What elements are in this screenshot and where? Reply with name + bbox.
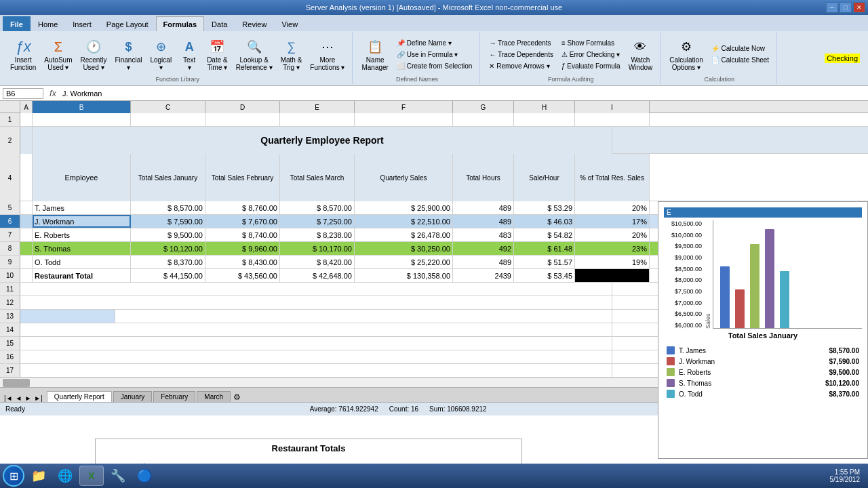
- cell-7a[interactable]: [20, 228, 33, 241]
- cell-8e-mar[interactable]: $ 10,170.00: [280, 242, 355, 255]
- cell-13b[interactable]: [20, 310, 115, 323]
- remove-arrows-button[interactable]: ✕ Remove Arrows ▾: [486, 61, 557, 71]
- cell-1i[interactable]: [575, 113, 650, 126]
- cell-12-empty[interactable]: [20, 296, 612, 309]
- cell-16-empty[interactable]: [20, 350, 612, 363]
- error-checking-button[interactable]: ⚠ Error Checking ▾: [558, 49, 624, 60]
- logical-button[interactable]: ⊕ Logical▾: [146, 35, 175, 73]
- cell-10c-jan[interactable]: $ 44,150.00: [131, 269, 205, 282]
- show-formulas-button[interactable]: ≡ Show Formulas: [558, 38, 624, 48]
- tab-january[interactable]: January: [113, 391, 153, 402]
- calculate-sheet-button[interactable]: 📄 Calculate Sheet: [708, 55, 772, 65]
- cell-6i-pct[interactable]: 17%: [575, 215, 650, 228]
- cell-9c-jan[interactable]: $ 8,370.00: [131, 256, 205, 268]
- calculation-options-button[interactable]: ⚙ CalculationOptions ▾: [666, 35, 706, 73]
- evaluate-formula-button[interactable]: ƒ Evaluate Formula: [558, 61, 624, 71]
- cell-reference-input[interactable]: B6: [3, 88, 43, 99]
- tab-data[interactable]: Data: [204, 16, 235, 31]
- cell-9e-mar[interactable]: $ 8,420.00: [280, 256, 355, 268]
- cell-8d-feb[interactable]: $ 9,960.00: [205, 242, 280, 255]
- formula-input[interactable]: [62, 89, 865, 98]
- taskbar-misc1[interactable]: 🔧: [106, 466, 130, 486]
- col-B[interactable]: B: [33, 101, 131, 113]
- cell-7e-mar[interactable]: $ 8,238.00: [280, 228, 355, 241]
- cell-5b-employee[interactable]: T. James: [33, 201, 131, 214]
- use-in-formula-button[interactable]: 🔗 Use in Formula ▾: [393, 49, 476, 60]
- cell-5a[interactable]: [20, 201, 33, 214]
- col-D[interactable]: D: [205, 101, 280, 113]
- cell-7d-feb[interactable]: $ 8,740.00: [205, 228, 280, 241]
- tab-review[interactable]: Review: [235, 16, 274, 31]
- taskbar-misc2[interactable]: 🔵: [132, 466, 157, 486]
- cell-6a[interactable]: [20, 215, 33, 228]
- start-button[interactable]: ⊞: [3, 465, 24, 487]
- cell-1g[interactable]: [453, 113, 514, 126]
- sheet-options-icon[interactable]: ⚙: [233, 392, 241, 402]
- tab-quarterly-report[interactable]: Quarterly Report: [47, 391, 112, 402]
- bar-o-todd[interactable]: [780, 271, 789, 328]
- cell-10g-hours[interactable]: 2439: [453, 269, 514, 282]
- sheet-nav-next[interactable]: ►: [23, 394, 33, 402]
- cell-7b-employee[interactable]: E. Roberts: [33, 228, 131, 241]
- recently-used-button[interactable]: 🕐 RecentlyUsed ▾: [77, 35, 111, 73]
- define-name-button[interactable]: 📌 Define Name ▾: [393, 38, 476, 48]
- cell-6d-feb[interactable]: $ 7,670.00: [205, 215, 280, 228]
- cell-10h-sale-hour[interactable]: $ 53.45: [514, 269, 575, 282]
- sheet-nav-last[interactable]: ►|: [33, 394, 44, 402]
- financial-button[interactable]: $ Financial▾: [111, 35, 145, 73]
- tab-home[interactable]: Home: [31, 16, 65, 31]
- cell-6f-quarterly[interactable]: $ 22,510.00: [355, 215, 453, 228]
- close-button[interactable]: ✕: [853, 2, 865, 13]
- taskbar-excel[interactable]: X: [79, 466, 104, 486]
- bar-s-thomas[interactable]: [765, 229, 774, 328]
- cell-11-empty[interactable]: [20, 283, 612, 296]
- col-F[interactable]: F: [355, 101, 453, 113]
- name-manager-button[interactable]: 📋 NameManager: [358, 35, 391, 73]
- sheet-nav-first[interactable]: |◄: [3, 394, 14, 402]
- cell-10b-label[interactable]: Restaurant Total: [33, 269, 131, 282]
- cell-14-empty[interactable]: [20, 323, 612, 336]
- taskbar-clock[interactable]: 1:55 PM 5/19/2012: [830, 468, 866, 483]
- bar-e-roberts[interactable]: [750, 244, 760, 328]
- cell-7c-jan[interactable]: $ 9,500.00: [131, 228, 205, 241]
- bar-t-james[interactable]: [720, 266, 730, 328]
- cell-1c[interactable]: [131, 113, 205, 126]
- cell-9a[interactable]: [20, 256, 33, 268]
- scroll-thumb[interactable]: [3, 379, 30, 387]
- tab-view[interactable]: View: [274, 16, 305, 31]
- cell-9b-employee[interactable]: O. Todd: [33, 256, 131, 268]
- trace-precedents-button[interactable]: → Trace Precedents: [486, 38, 557, 48]
- cell-7h-sale-hour[interactable]: $ 54.82: [514, 228, 575, 241]
- tab-file[interactable]: File: [3, 16, 31, 31]
- cell-13c[interactable]: [115, 310, 612, 323]
- report-title[interactable]: Quarterly Employee Report: [33, 127, 612, 154]
- cell-10f-quarterly[interactable]: $ 130,358.00: [355, 269, 453, 282]
- cell-8f-quarterly[interactable]: $ 30,250.00: [355, 242, 453, 255]
- cell-7g-hours[interactable]: 483: [453, 228, 514, 241]
- cell-9f-quarterly[interactable]: $ 25,220.00: [355, 256, 453, 268]
- cell-10a[interactable]: [20, 269, 33, 282]
- cell-10e-mar[interactable]: $ 42,648.00: [280, 269, 355, 282]
- cell-9h-sale-hour[interactable]: $ 51.57: [514, 256, 575, 268]
- insert-function-button[interactable]: ƒx InsertFunction: [7, 35, 39, 73]
- col-A[interactable]: A: [20, 101, 33, 113]
- cell-2a[interactable]: [20, 127, 33, 154]
- date-time-button[interactable]: 📅 Date &Time ▾: [203, 35, 231, 73]
- cell-6c-jan[interactable]: $ 7,590.00: [131, 215, 205, 228]
- cell-5i-pct[interactable]: 20%: [575, 201, 650, 214]
- col-H[interactable]: H: [514, 101, 575, 113]
- math-button[interactable]: ∑ Math &Trig ▾: [277, 35, 306, 73]
- minimize-button[interactable]: ─: [826, 2, 838, 13]
- cell-6h-sale-hour[interactable]: $ 46.03: [514, 215, 575, 228]
- cell-15-empty[interactable]: [20, 337, 612, 350]
- lookup-button[interactable]: 🔍 Lookup &Reference ▾: [233, 35, 276, 73]
- cell-9i-pct[interactable]: 19%: [575, 256, 650, 268]
- cell-4a[interactable]: [20, 154, 33, 201]
- create-from-selection-button[interactable]: ⬜ Create from Selection: [393, 61, 476, 71]
- tab-february[interactable]: February: [153, 391, 195, 402]
- cell-5g-hours[interactable]: 489: [453, 201, 514, 214]
- autosum-button[interactable]: Σ AutoSumUsed ▾: [41, 35, 75, 73]
- cell-9d-feb[interactable]: $ 8,430.00: [205, 256, 280, 268]
- cell-5d-feb[interactable]: $ 8,760.00: [205, 201, 280, 214]
- col-I[interactable]: I: [575, 101, 650, 113]
